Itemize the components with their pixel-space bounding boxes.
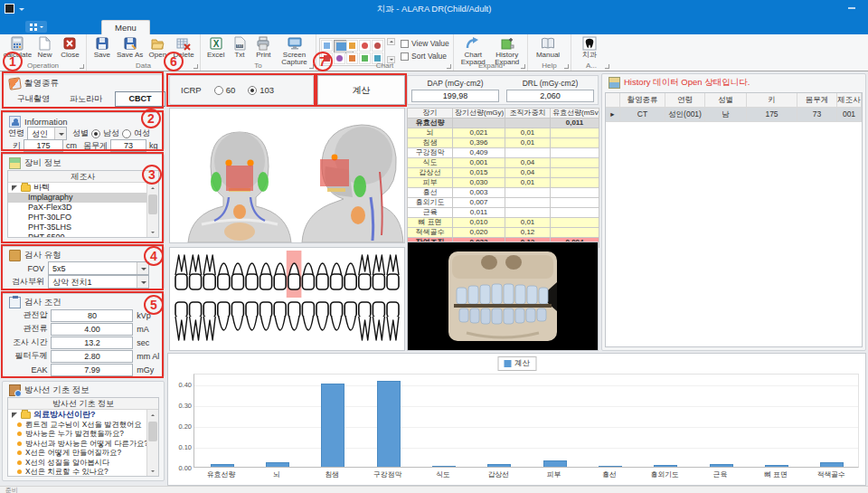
scroll-up-icon[interactable] [147, 183, 158, 193]
equipment-item[interactable]: PaX-Flex3D [8, 203, 146, 213]
app-menu-button[interactable] [25, 21, 47, 33]
rad-info-item[interactable]: 방사선과 방사능은 어떻게 다른가요? [8, 439, 146, 449]
rad-info-item[interactable]: X선은 어떻게 만들어질까요? [8, 449, 146, 459]
history-expand-button[interactable]: History Expand [490, 35, 524, 62]
exam-cond-input[interactable]: 4.00 [51, 323, 133, 336]
save-button[interactable]: Save [90, 35, 115, 62]
col-effective[interactable]: 유효선량(mSv) [551, 109, 599, 119]
organ-row[interactable]: 흉선0,003 [408, 188, 599, 198]
organ-row[interactable]: 식도0,0010,04 [408, 158, 599, 168]
manufacturer-folder-row[interactable]: 바텍 [8, 183, 146, 193]
scroll-down-icon[interactable] [147, 227, 158, 237]
save-as-button[interactable]: Save As [115, 35, 146, 62]
dental-button[interactable]: 치과 [574, 35, 605, 62]
chart-type-point-icon[interactable] [346, 40, 358, 52]
organ-row[interactable]: 피부0,0300,01 [408, 178, 599, 188]
scroll-up-icon[interactable] [147, 410, 158, 420]
open-button[interactable]: Open [145, 35, 170, 62]
weight-input[interactable]: 73 [110, 139, 146, 152]
delete-button[interactable]: Delete [170, 35, 197, 62]
chart-bar[interactable] [321, 384, 344, 467]
intraoral-button[interactable]: 구내촬영 [10, 93, 57, 105]
col-organ[interactable]: 장기 [408, 109, 453, 119]
screen-capture-button[interactable]: Screen Capture [276, 35, 313, 62]
fov-select[interactable]: 5x5 [48, 261, 149, 275]
male-radio[interactable] [91, 129, 100, 138]
region-select[interactable]: 상악 전치1 [48, 275, 149, 289]
history-col-header[interactable]: 키 [747, 93, 797, 107]
chart-bar[interactable] [487, 464, 511, 467]
calculate-run-button[interactable]: 계산 [317, 75, 405, 105]
rad-info-item[interactable]: X선의 성질을 알아봅시다 [8, 458, 146, 468]
chart-type-pie-icon[interactable] [359, 40, 371, 52]
chart-bar[interactable] [820, 462, 844, 467]
expander-icon[interactable] [12, 185, 17, 191]
manual-button[interactable]: Manual [531, 35, 565, 62]
rad-info-folder-row[interactable]: 의료방사선이란? [8, 410, 146, 420]
organ-row[interactable]: 근육0,011 [408, 208, 599, 218]
tab-menu[interactable]: Menu [101, 20, 150, 34]
chart-bar[interactable] [211, 464, 234, 467]
view-value-checkbox[interactable]: View Value [401, 39, 449, 48]
organ-row[interactable]: 뇌0,0210,01 [408, 128, 599, 138]
minimize-icon[interactable] [848, 7, 855, 9]
chart-grid-spinner[interactable] [387, 38, 395, 63]
organ-row[interactable]: 갑상선0,0150,04 [408, 168, 599, 178]
panorama-button[interactable]: 파노라마 [62, 93, 109, 105]
expander-icon[interactable] [12, 412, 17, 418]
equipment-item[interactable]: PHT-6500 [8, 232, 146, 237]
history-col-header[interactable]: 제조사 [837, 93, 862, 107]
equipment-item[interactable]: Implagraphy [8, 193, 146, 203]
chart-bar[interactable] [266, 462, 289, 467]
exam-cond-input[interactable]: 2.80 [51, 350, 133, 363]
history-col-header[interactable]: 촬영종류 [620, 93, 665, 107]
chart-bar[interactable] [543, 460, 567, 467]
organ-row[interactable]: 구강점막0,409 [408, 148, 599, 158]
rad-info-item[interactable]: X선은 치료할 수 있나요? [8, 468, 146, 477]
chart-bar[interactable] [377, 381, 401, 467]
scroll-down-icon[interactable] [147, 466, 158, 476]
chart-expand-button[interactable]: Chart Expand [457, 35, 490, 62]
chart-legend[interactable]: 계산 [497, 356, 536, 371]
equipment-item[interactable]: PHT-35LHS [8, 223, 146, 232]
organ-row[interactable]: 흉외기도0,007 [408, 198, 599, 208]
scroll-thumb[interactable] [148, 422, 157, 441]
cbct-button[interactable]: CBCT [115, 91, 165, 107]
history-row[interactable]: ▸CT성인(001)남17573001 [606, 108, 862, 122]
equipment-item[interactable]: PHT-30LFO [8, 213, 146, 223]
sort-value-checkbox[interactable]: Sort Value [401, 52, 449, 61]
chart-type-area-icon[interactable] [321, 40, 333, 52]
calculate-button[interactable]: calculate [3, 35, 33, 62]
organ-row[interactable]: 적색골수0,0200,12 [408, 228, 599, 238]
chart-bar[interactable] [710, 464, 733, 467]
exam-cond-input[interactable]: 7.99 [51, 364, 133, 376]
dialog-launcher-icon[interactable] [193, 64, 198, 69]
excel-button[interactable]: X Excel [203, 35, 228, 62]
dialog-launcher-icon[interactable] [309, 64, 314, 69]
height-input[interactable]: 175 [24, 139, 63, 152]
age-select[interactable]: 성인 [27, 127, 67, 140]
new-button[interactable]: New [33, 35, 57, 62]
exam-cond-input[interactable]: 80 [51, 309, 133, 322]
organ-row[interactable]: 침샘0,3960,01 [408, 138, 599, 148]
txt-button[interactable]: TXT Txt [228, 35, 250, 62]
female-radio[interactable] [122, 129, 131, 138]
chart-type-doughnut-icon[interactable] [372, 40, 383, 52]
rad-info-item[interactable]: 방사능은 누가 발견했을까요? [8, 430, 146, 440]
organ-row[interactable]: 뼈 표면0,0100,01 [408, 218, 599, 228]
chart-bar[interactable] [599, 466, 622, 467]
exam-cond-input[interactable]: 13.2 [51, 337, 133, 349]
chart-bar[interactable] [765, 465, 788, 467]
icrp-103-radio[interactable] [248, 86, 257, 95]
chart-bar[interactable] [432, 466, 456, 467]
dialog-launcher-icon[interactable] [80, 64, 84, 69]
print-button[interactable]: Print [251, 35, 276, 62]
col-weight[interactable]: 조직가중치 [505, 109, 551, 119]
icrp-60-radio[interactable] [214, 86, 223, 95]
col-organ-dose[interactable]: 장기선량(mGy) [453, 109, 505, 119]
dialog-launcher-icon[interactable] [564, 64, 569, 69]
scroll-thumb[interactable] [148, 194, 157, 214]
rad-info-item[interactable]: 뢴트겐 교수님이 X선을 발견했어요 [8, 420, 146, 430]
dialog-launcher-icon[interactable] [605, 64, 609, 69]
teeth-diagram[interactable] [169, 247, 405, 351]
